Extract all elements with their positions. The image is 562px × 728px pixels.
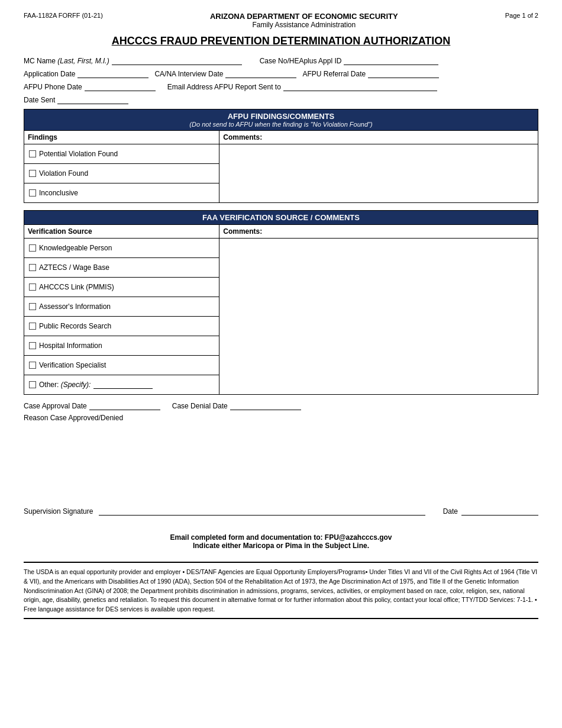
knowledgeable-person-cell: Knowledgeable Person [24,239,219,258]
afpu-sub-header: (Do not send to AFPU when the finding is… [28,121,534,128]
ahcccs-link-cell: AHCCCS Link (PMMIS) [24,278,219,297]
case-no-field[interactable] [344,57,438,65]
approval-denial-row: Case Approval Date Case Denial Date [24,402,538,410]
findings-potential-cell: Potential Violation Found [24,144,219,164]
afpu-phone-label: AFPU Phone Date [24,83,82,91]
aztecs-checkbox[interactable] [29,264,36,271]
potential-violation-label: Potential Violation Found [39,150,118,158]
afpu-findings-table: AFPU FINDINGS/COMMENTS (Do not send to A… [24,109,538,203]
violation-found-checkbox[interactable] [29,170,36,177]
faa-header: FAA VERIFICATION SOURCE / COMMENTS [28,213,534,222]
email-field[interactable] [283,83,437,91]
case-approval-field[interactable] [89,402,160,410]
app-date-row: Application Date CA/NA Interview Date AF… [24,70,538,78]
violation-found-row: Violation Found [28,166,215,181]
aztecs-row: AZTECS / Wage Base [28,260,215,275]
form-id: FAA-1182A FORFF (01-21) [24,12,103,19]
inconclusive-row: Inconclusive [28,186,215,200]
app-date-label: Application Date [24,70,75,78]
other-specify-field[interactable] [93,381,153,389]
email-label: Email Address AFPU Report Sent to [167,83,281,91]
findings-inconclusive-cell: Inconclusive [24,183,219,203]
faa-comments-field[interactable] [219,239,538,395]
public-records-checkbox[interactable] [29,323,36,330]
case-denial-field[interactable] [230,402,301,410]
afpu-phone-field[interactable] [85,83,156,91]
mc-name-row: MC Name (Last, First, M.I.) Case No/HEAp… [24,57,538,65]
afpu-header: AFPU FINDINGS/COMMENTS [28,112,534,121]
inconclusive-checkbox[interactable] [29,189,36,197]
verification-specialist-row: Verification Specialist [28,358,215,372]
bottom-fields: Case Approval Date Case Denial Date Reas… [24,402,538,422]
date-sent-field[interactable] [57,96,128,104]
case-denial-label: Case Denial Date [172,402,228,410]
email-notice: Email completed form and documentation t… [24,533,538,550]
aztecs-label: AZTECS / Wage Base [39,263,109,272]
page-title: AHCCCS FRAUD PREVENTION DETERMINATION AU… [24,35,538,47]
other-cell: Other: (Specify): [24,375,219,395]
hospital-info-label: Hospital Information [39,342,102,350]
faa-comments-col-header: Comments: [219,225,538,239]
afpu-ref-label: AFPU Referral Date [302,70,366,78]
footer-text: The USDA is an equal opportunity provide… [24,562,538,619]
email-notice-line1: Email completed form and documentation t… [24,533,538,542]
mc-name-label: MC Name (Last, First, M.I.) [24,57,109,65]
case-no-label: Case No/HEAplus Appl ID [260,57,342,65]
findings-violation-cell: Violation Found [24,164,219,183]
verification-specialist-label: Verification Specialist [39,361,106,369]
other-checkbox[interactable] [29,381,36,388]
violation-found-label: Violation Found [39,169,88,178]
dept-name: ARIZONA DEPARTMENT OF ECONOMIC SECURITY [103,12,505,21]
page-number: Page 1 of 2 [505,12,538,19]
app-date-field[interactable] [77,70,148,78]
hospital-info-checkbox[interactable] [29,342,36,349]
case-approval-label: Case Approval Date [24,402,87,410]
ahcccs-link-row: AHCCCS Link (PMMIS) [28,280,215,294]
ahcccs-link-checkbox[interactable] [29,284,36,291]
comments-col-header: Comments: [219,131,538,144]
knowledgeable-person-row: Knowledgeable Person [28,241,215,255]
verification-specialist-cell: Verification Specialist [24,356,219,375]
assessors-info-cell: Assessor's Information [24,297,219,317]
date-section: Date [443,507,538,516]
afpu-comments-field[interactable] [219,144,538,203]
inconclusive-label: Inconclusive [39,189,78,197]
knowledgeable-person-label: Knowledgeable Person [39,244,112,252]
reason-label: Reason Case Approved/Denied [24,414,123,422]
potential-violation-checkbox[interactable] [29,150,36,157]
supervision-label: Supervision Signature [24,507,93,516]
mc-name-field[interactable] [112,57,242,65]
hospital-info-row: Hospital Information [28,339,215,353]
reason-comments-space [24,424,538,472]
faa-verification-table: FAA VERIFICATION SOURCE / COMMENTS Verif… [24,210,538,395]
aztecs-cell: AZTECS / Wage Base [24,258,219,278]
afpu-phone-row: AFPU Phone Date Email Address AFPU Repor… [24,83,538,91]
date-label: Date [443,507,458,516]
findings-col-header: Findings [24,131,219,144]
public-records-row: Public Records Search [28,319,215,333]
hospital-info-cell: Hospital Information [24,336,219,356]
ahcccs-link-label: AHCCCS Link (PMMIS) [39,283,114,291]
supervision-signature-field[interactable] [99,507,425,516]
dept-sub: Family Assistance Administration [103,21,505,29]
other-label: Other: (Specify): [39,381,91,389]
signature-date-field[interactable] [461,507,538,516]
email-notice-line2: Indicate either Maricopa or Pima in the … [24,542,538,550]
other-row: Other: (Specify): [28,378,215,392]
public-records-label: Public Records Search [39,322,111,330]
assessors-info-checkbox[interactable] [29,303,36,310]
public-records-cell: Public Records Search [24,317,219,336]
signature-section: Supervision Signature Date [24,507,538,516]
date-sent-row: Date Sent [24,96,538,104]
assessors-info-row: Assessor's Information [28,299,215,314]
assessors-info-label: Assessor's Information [39,302,111,311]
source-col-header: Verification Source [24,225,219,239]
reason-row: Reason Case Approved/Denied [24,414,538,422]
cana-field[interactable] [225,70,296,78]
verification-specialist-checkbox[interactable] [29,362,36,369]
afpu-ref-field[interactable] [368,70,439,78]
date-sent-label: Date Sent [24,96,55,104]
cana-label: CA/NA Interview Date [154,70,223,78]
potential-violation-row: Potential Violation Found [28,147,215,161]
knowledgeable-person-checkbox[interactable] [29,244,36,252]
